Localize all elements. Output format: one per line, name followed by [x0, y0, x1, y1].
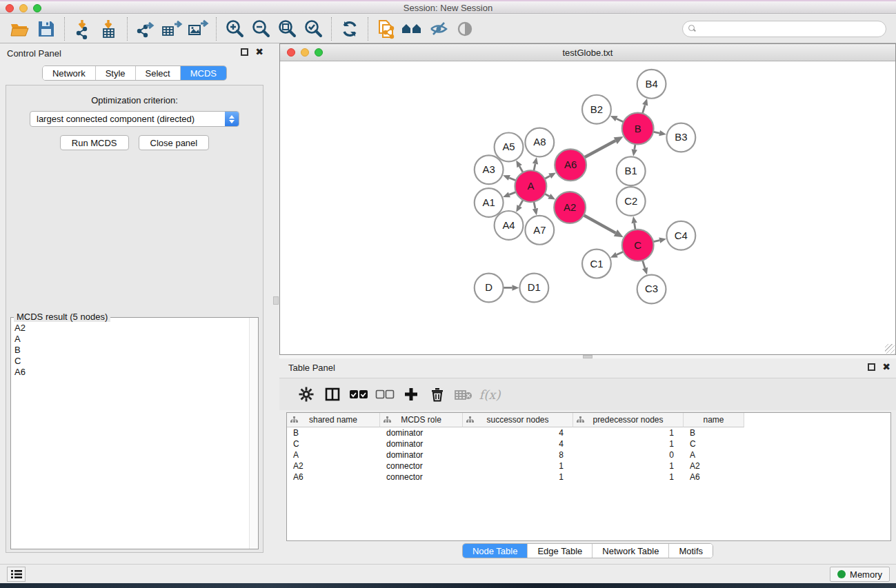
- table-cell[interactable]: C: [287, 438, 380, 449]
- graph-node-A[interactable]: A: [515, 170, 546, 202]
- open-session-icon[interactable]: [8, 18, 32, 40]
- zoom-out-icon[interactable]: [249, 18, 272, 40]
- graph-node-B3[interactable]: B3: [666, 123, 695, 152]
- column-header-predecessor-nodes[interactable]: predecessor nodes: [573, 413, 684, 427]
- table-cell[interactable]: dominator: [380, 438, 463, 449]
- graph-node-A5[interactable]: A5: [495, 133, 524, 162]
- table-row[interactable]: A6connector11A6: [287, 472, 890, 483]
- table-cell[interactable]: A2: [287, 460, 380, 472]
- result-item[interactable]: A6: [14, 367, 248, 378]
- table-cell[interactable]: dominator: [380, 449, 463, 460]
- float-panel-icon[interactable]: [241, 48, 248, 56]
- table-cell[interactable]: C: [684, 438, 744, 449]
- graph-node-A8[interactable]: A8: [525, 128, 554, 157]
- table-cell[interactable]: 4: [463, 438, 573, 449]
- graph-node-A7[interactable]: A7: [525, 216, 554, 245]
- graph-node-A1[interactable]: A1: [475, 188, 504, 217]
- table-cell[interactable]: A6: [684, 472, 744, 483]
- table-row[interactable]: Cdominator41C: [287, 438, 890, 449]
- graph-node-B1[interactable]: B1: [617, 156, 646, 185]
- table-cell[interactable]: 1: [573, 472, 684, 483]
- optimization-criterion-select[interactable]: largest connected component (directed): [30, 111, 239, 127]
- export-table-icon[interactable]: [160, 18, 183, 40]
- graph-node-B2[interactable]: B2: [582, 95, 611, 124]
- tab-network-table[interactable]: Network Table: [593, 544, 669, 558]
- close-panel-icon[interactable]: ✖: [255, 48, 263, 56]
- table-cell[interactable]: 1: [573, 427, 684, 438]
- tab-node-table[interactable]: Node Table: [463, 544, 528, 558]
- graph-node-C[interactable]: C: [622, 230, 654, 261]
- hide-selected-icon[interactable]: [427, 18, 450, 40]
- tab-motifs[interactable]: Motifs: [669, 544, 713, 558]
- result-item[interactable]: A2: [14, 323, 248, 334]
- result-item[interactable]: B: [14, 345, 248, 356]
- close-table-panel-icon[interactable]: ✖: [882, 363, 890, 371]
- table-cell[interactable]: 1: [463, 460, 573, 472]
- table-cell[interactable]: B: [287, 427, 380, 438]
- deselect-all-icon[interactable]: [372, 383, 398, 406]
- result-item[interactable]: C: [14, 356, 248, 367]
- graph-node-A3[interactable]: A3: [475, 155, 504, 184]
- first-neighbors-icon[interactable]: [401, 18, 424, 40]
- tab-mcds[interactable]: MCDS: [181, 66, 226, 80]
- column-header-MCDS-role[interactable]: MCDS role: [380, 413, 463, 427]
- table-cell[interactable]: A6: [287, 472, 380, 483]
- export-network-icon[interactable]: [134, 18, 157, 40]
- table-row[interactable]: Adominator80A: [287, 449, 890, 460]
- tab-style[interactable]: Style: [96, 66, 136, 80]
- network-graph[interactable]: AA1A2A3A4A5A6A7A8BB1B2B3B4CC1C2C3C4DD1: [281, 62, 895, 354]
- tab-network[interactable]: Network: [43, 66, 96, 80]
- table-cell[interactable]: 1: [573, 438, 684, 449]
- table-cell[interactable]: dominator: [380, 427, 463, 438]
- refresh-icon[interactable]: [338, 18, 361, 40]
- search-input[interactable]: [696, 24, 886, 34]
- graph-node-B4[interactable]: B4: [637, 70, 666, 99]
- export-image-icon[interactable]: [186, 18, 210, 40]
- zoom-in-icon[interactable]: [223, 18, 246, 40]
- delete-row-icon[interactable]: [424, 383, 450, 406]
- column-header-shared-name[interactable]: shared name: [287, 413, 380, 427]
- table-cell[interactable]: A: [287, 449, 380, 460]
- table-cell[interactable]: 8: [463, 449, 573, 460]
- tab-edge-table[interactable]: Edge Table: [528, 544, 593, 558]
- column-header-successor-nodes[interactable]: successor nodes: [463, 413, 573, 427]
- graph-node-D1[interactable]: D1: [519, 274, 548, 303]
- run-mcds-button[interactable]: Run MCDS: [60, 135, 129, 150]
- add-row-icon[interactable]: [398, 383, 424, 406]
- column-visibility-icon[interactable]: [319, 383, 346, 406]
- memory-button[interactable]: Memory: [830, 567, 890, 582]
- graph-node-A4[interactable]: A4: [495, 211, 524, 240]
- float-table-panel-icon[interactable]: [868, 363, 875, 371]
- zoom-fit-icon[interactable]: [275, 18, 299, 40]
- result-scrollbar[interactable]: [249, 318, 258, 549]
- graph-node-A6[interactable]: A6: [555, 149, 586, 181]
- table-cell[interactable]: connector: [380, 472, 463, 483]
- table-cell[interactable]: B: [684, 427, 744, 438]
- network-canvas[interactable]: AA1A2A3A4A5A6A7A8BB1B2B3B4CC1C2C3C4DD1: [281, 62, 895, 354]
- column-header-name[interactable]: name: [684, 413, 744, 427]
- table-cell[interactable]: A: [684, 449, 744, 460]
- clone-network-icon[interactable]: [375, 18, 398, 40]
- select-all-icon[interactable]: [346, 383, 372, 406]
- graph-node-C3[interactable]: C3: [637, 275, 666, 304]
- table-row[interactable]: A2connector11A2: [287, 460, 890, 472]
- table-cell[interactable]: A2: [684, 460, 744, 472]
- import-table-icon[interactable]: [97, 18, 121, 40]
- graph-node-C1[interactable]: C1: [582, 250, 611, 278]
- graph-node-D[interactable]: D: [475, 274, 504, 303]
- tab-select[interactable]: Select: [136, 66, 181, 80]
- table-row[interactable]: Bdominator41B: [287, 427, 890, 438]
- import-network-icon[interactable]: [71, 18, 94, 40]
- resize-grip-icon[interactable]: [885, 344, 895, 354]
- table-cell[interactable]: connector: [380, 460, 463, 472]
- graph-node-B[interactable]: B: [622, 113, 654, 145]
- settings-icon[interactable]: [293, 383, 319, 406]
- table-cell[interactable]: 1: [573, 460, 684, 472]
- show-all-icon[interactable]: [453, 18, 477, 40]
- graph-node-A2[interactable]: A2: [554, 192, 586, 223]
- table-cell[interactable]: 4: [463, 427, 573, 438]
- result-item[interactable]: A: [14, 334, 248, 345]
- table-cell[interactable]: 0: [573, 449, 684, 460]
- vertical-splitter-grip[interactable]: [273, 296, 279, 305]
- graph-node-C4[interactable]: C4: [666, 221, 695, 250]
